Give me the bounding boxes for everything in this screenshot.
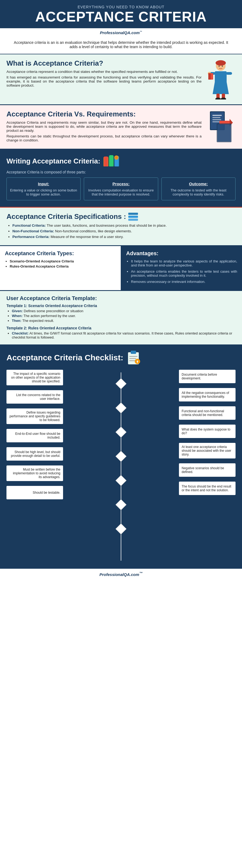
spec-item-2-text: Non-functional conditions, like design e… (54, 229, 132, 233)
col-outcome-title: Outcome: (165, 182, 232, 186)
col-process-text: Involves computation evaluation to ensur… (87, 188, 155, 196)
svg-rect-39 (129, 358, 136, 359)
cl-left-1: The impact of a specific scenario on oth… (6, 370, 63, 385)
books-icon (104, 154, 120, 168)
brand-top: ProfessionalQA.com™ (0, 28, 242, 37)
cl-right-5: At least one acceptance criteria should … (179, 443, 236, 459)
what-para2: It has emerged as measurement criteria f… (6, 75, 201, 87)
svg-rect-18 (212, 117, 220, 118)
svg-marker-3 (213, 82, 229, 94)
col-input: Input: Entering a value or clicking on s… (6, 178, 81, 200)
checklist-diagram: The impact of a specific scenario on oth… (6, 370, 236, 561)
what-para1: Acceptance criteria represent a conditio… (6, 70, 201, 74)
footer-brand-name: ProfessionalQA.com (100, 572, 139, 577)
t1-list: Given: Defines some precondition or situ… (6, 309, 236, 323)
doc-illustration (206, 110, 236, 142)
svg-rect-49 (116, 475, 126, 486)
spec-item-3: Performance Criteria: Measure of the res… (12, 235, 236, 239)
spec-item-2: Non-Functional Criteria: Non-functional … (12, 229, 236, 233)
adv-item-3: Removes unnecessary or irrelevant inform… (131, 280, 237, 284)
svg-rect-19 (212, 119, 221, 120)
svg-point-1 (216, 60, 226, 66)
cl-left-3: Define issues regarding performance and … (6, 408, 63, 424)
brand-tm: ™ (140, 30, 142, 33)
types-list: Scenario-Oriented Acceptance Criteria Ru… (5, 259, 116, 268)
cl-left-7: Should be testable. (6, 486, 63, 499)
svg-rect-28 (109, 155, 113, 166)
cl-left-5: Should be high level, but should provide… (6, 447, 63, 461)
svg-rect-50 (116, 499, 126, 510)
vs-text-block: Acceptance Criteria Vs. Requirements: Ac… (6, 110, 201, 144)
col-process-title: Process: (87, 182, 155, 186)
cl-right-1: Document criteria before development. (179, 370, 236, 383)
spec-item-1: Functional Criteria: The user tasks, fun… (12, 223, 236, 227)
spec-item-3-bold: Performance Criteria: (12, 235, 50, 239)
type-item-1: Scenario-Oriented Acceptance Criteria (10, 259, 116, 263)
brand-name: ProfessionalQA.com (100, 30, 140, 35)
svg-rect-33 (128, 213, 138, 215)
t2-checklist: Checklist: At times, the G/W/T format ca… (12, 331, 236, 339)
section-spec: Acceptance Criteria Specifications : Fun… (0, 208, 242, 246)
col-outcome: Outcome: The outcome is tested with the … (161, 178, 236, 200)
checklist-right: Document criteria before development. Al… (176, 370, 236, 561)
checklist-header: Acceptance Criteria Checklist: (6, 350, 236, 365)
spec-header: Acceptance Criteria Specifications : (6, 212, 236, 221)
section-template: User Acceptance Criteria Template: Templ… (0, 291, 242, 345)
t1-title: Template 1: Scenario Oriented Acceptance… (6, 304, 236, 308)
spec-item-2-bold: Non-Functional Criteria: (12, 229, 54, 233)
cl-right-7: The focus should be the end result or th… (179, 482, 236, 495)
type-item-2: Rules-Oriented Acceptance Criteria (10, 264, 116, 268)
svg-point-10 (221, 98, 226, 99)
adv-item-2: An acceptance criteria enables the teste… (131, 270, 237, 278)
svg-rect-35 (128, 219, 138, 221)
col-input-title: Input: (10, 182, 77, 186)
t1-given: Given: Defines some precondition or situ… (12, 309, 236, 313)
types-heading: Acceptance Criteria Types: (5, 250, 116, 256)
writing-header: Writing Acceptance Criteria: (6, 154, 236, 168)
person-icon (207, 59, 234, 99)
cl-right-6: Negative scenarios should be defined. (179, 463, 236, 477)
diamond-chain-icon (108, 372, 134, 561)
svg-rect-38 (129, 356, 137, 357)
svg-point-12 (222, 66, 223, 67)
svg-rect-17 (212, 115, 222, 116)
t2-title: Template 2: Rules Oriented Acceptance Cr… (6, 326, 236, 330)
svg-point-32 (115, 156, 117, 159)
vs-para1: Acceptance Criteria and requirements may… (6, 121, 201, 132)
t2-list: Checklist: At times, the G/W/T format ca… (6, 331, 236, 339)
cl-left-4: End-to-End user flow should be included. (6, 429, 63, 442)
svg-rect-47 (116, 427, 126, 437)
section-adv: Advantages: It helps the team to analyze… (121, 246, 242, 290)
three-cols: Input: Entering a value or clicking on s… (6, 178, 236, 200)
intro-section: Acceptance criteria is an is an evaluati… (0, 37, 242, 54)
svg-rect-26 (104, 156, 108, 166)
adv-heading: Advantages: (126, 250, 237, 256)
intro-text: Acceptance criteria is an is an evaluati… (11, 40, 231, 49)
checklist-heading: Acceptance Criteria Checklist: (6, 353, 124, 362)
cl-left-6: Must be written before the implementatio… (6, 465, 63, 481)
what-text-block: What is Acceptance Criteria? Acceptance … (6, 59, 201, 89)
spec-list: Functional Criteria: The user tasks, fun… (6, 223, 236, 239)
spec-item-1-text: The user tasks, functions, and businesse… (46, 223, 167, 227)
svg-rect-24 (217, 124, 231, 142)
cl-right-4: What does the system suppose to do? (179, 425, 236, 438)
spec-heading: Acceptance Criteria Specifications : (6, 212, 126, 221)
header-subtitle: EVERYTHING YOU NEED TO KNOW ABOUT (5, 5, 237, 9)
col-process: Process: Involves computation evaluation… (84, 178, 158, 200)
section-what: What is Acceptance Criteria? Acceptance … (0, 54, 242, 105)
svg-point-11 (219, 66, 220, 67)
section-types-adv: Acceptance Criteria Types: Scenario-Orie… (0, 246, 242, 291)
svg-rect-20 (212, 121, 220, 122)
section-checklist: Acceptance Criteria Checklist: The impac… (0, 345, 242, 568)
brand-bottom: ProfessionalQA.com™ (0, 568, 242, 580)
svg-point-9 (215, 98, 221, 99)
svg-rect-48 (116, 451, 126, 462)
header-section: EVERYTHING YOU NEED TO KNOW ABOUT ACCEPT… (0, 0, 242, 28)
adv-list: It helps the team to analyze the various… (126, 259, 237, 284)
what-heading: What is Acceptance Criteria? (6, 59, 201, 67)
t1-when: When: The action performed by the user. (12, 314, 236, 318)
cl-right-3: Functional and non-functional criteria s… (179, 406, 236, 420)
header-title: ACCEPTANCE CRITERIA (5, 9, 237, 25)
t1-then: Then: The expected result. (12, 319, 236, 323)
checklist-center (66, 370, 176, 561)
